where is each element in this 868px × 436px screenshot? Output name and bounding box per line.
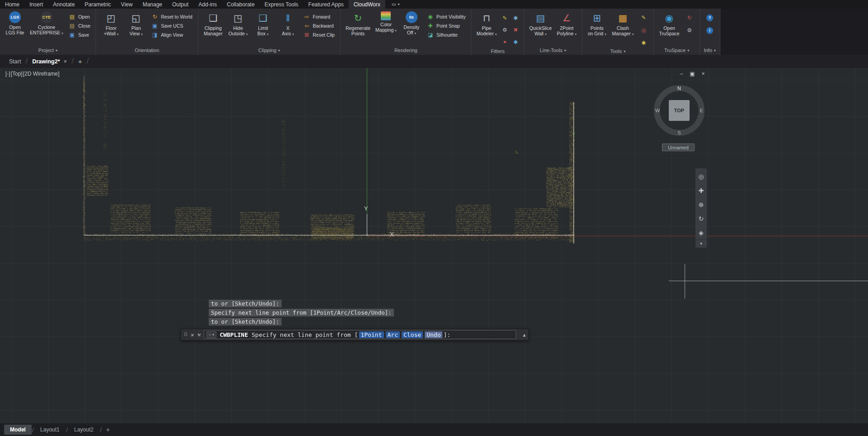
command-history-toggle-icon[interactable]: ▲	[523, 332, 526, 337]
ribbon-button-clash-manager[interactable]: ▦Clash Manager▾	[610, 10, 636, 37]
panel-label-truspace[interactable]: TruSpace▾	[654, 46, 699, 55]
ribbon-button-clipping-manager[interactable]: ❏Clipping Manager	[201, 10, 225, 36]
menu-tab-insert[interactable]: Insert	[24, 0, 48, 9]
ribbon-button-pipe-edit[interactable]: ✎	[500, 14, 509, 23]
navbar-button[interactable]: ◈	[695, 225, 707, 240]
menu-tab-featured-apps[interactable]: Featured Apps	[303, 0, 349, 9]
ribbon-button-align-view[interactable]: ◨Align View	[149, 31, 194, 39]
layout-tab-model[interactable]: Model	[4, 425, 32, 435]
ribbon-button-density-off[interactable]: 0xDensity Off▾	[400, 10, 423, 36]
menu-tab-express-tools[interactable]: Express Tools	[259, 0, 303, 9]
ribbon-button-save-ucs[interactable]: ▣Save UCS	[149, 22, 194, 30]
command-option-arc[interactable]: Arc	[386, 331, 400, 338]
navbar-button[interactable]: ◎	[695, 169, 707, 183]
menu-tab-collaborate[interactable]: Collaborate	[222, 0, 259, 9]
panel-label-orientation[interactable]: Orientation	[96, 46, 197, 55]
ribbon-button-floor-wall[interactable]: ◰Floor +Wall▾	[99, 10, 123, 37]
ribbon-button-about[interactable]: i	[705, 26, 715, 35]
recent-commands-button[interactable]: › ▾	[206, 331, 216, 338]
ucs-name-badge[interactable]: Unnamed	[662, 144, 695, 151]
compass-west-label[interactable]: W	[655, 108, 660, 113]
file-tab-drawing2[interactable]: Drawing2*×	[28, 55, 72, 68]
panel-label-line-tools[interactable]: Line-Tools▾	[524, 46, 582, 55]
command-bar-grip[interactable]: ⠿	[184, 332, 187, 338]
menu-tab-output[interactable]: Output	[167, 0, 193, 9]
ribbon-button-silhouette[interactable]: ◪Silhouette	[425, 31, 468, 39]
navbar-button[interactable]: ↻	[695, 211, 707, 225]
ribbon-button-close[interactable]: ▤Close	[67, 22, 93, 30]
command-option-close[interactable]: Close	[402, 331, 423, 338]
ribbon-button-open-truspace[interactable]: ◉Open TruSpace	[657, 10, 681, 36]
ribbon-button-quickslice-wall[interactable]: ▤QuickSlice Wall▾	[528, 10, 554, 37]
ribbon-button-truspace-refresh[interactable]: ↻	[685, 13, 694, 22]
ribbon-button-x-axis[interactable]: ‖X Axis▾	[276, 10, 300, 37]
ribbon-button-help[interactable]: ?	[705, 13, 715, 22]
panel-label-fitters[interactable]: Fitters	[471, 47, 523, 55]
viewcube-top-face[interactable]: TOP	[669, 100, 690, 121]
menu-tab-home[interactable]: Home	[0, 0, 24, 9]
navbar-button[interactable]: ✚	[695, 183, 707, 197]
panel-label-info[interactable]: Info▾	[700, 46, 720, 55]
panel-label-clipping[interactable]: Clipping▾	[198, 46, 340, 55]
ribbon-button-tool-points[interactable]: ✱	[639, 38, 648, 48]
viewport[interactable]	[0, 68, 868, 423]
ribbon-button-pipe-settings[interactable]: ⚙	[500, 25, 509, 34]
ribbon-button-2point-polyline[interactable]: ∠2Point Polyline▾	[555, 10, 579, 37]
ribbon-display-toggle[interactable]: ▭ ▾	[388, 0, 403, 9]
ribbon-button-color-mapping[interactable]: Color Mapping▾	[374, 10, 398, 34]
view-compass[interactable]: N S W E TOP	[654, 85, 705, 136]
ribbon-button-limit-box[interactable]: ❑Limit Box▾	[251, 10, 275, 37]
command-line-bar[interactable]: ⠿ × ⚒ › ▾ CWBPLINE Specify next line poi…	[181, 329, 529, 340]
menu-tab-parametric[interactable]: Parametric	[80, 0, 116, 9]
layout-tab-layout2[interactable]: Layout2	[68, 425, 100, 435]
file-tab-start[interactable]: Start	[5, 55, 25, 68]
viewport-restore-button[interactable]: ▣	[689, 71, 695, 77]
ribbon-button-points-on-grid[interactable]: ⊞Points on Grid▾	[585, 10, 609, 37]
ribbon-button-pipe-apply[interactable]: ◆	[511, 37, 520, 46]
menu-tab-add-ins[interactable]: Add-ins	[193, 0, 222, 9]
menu-tab-cloudworx[interactable]: CloudWorx	[349, 0, 385, 9]
ribbon-button-pipe-modeler[interactable]: ⊓Pipe Modeler▾	[475, 10, 498, 37]
ribbon-button-reset-clip[interactable]: ⊠Reset Clip	[301, 31, 337, 39]
ribbon-button-hide-outside[interactable]: ◳Hide Outside▾	[226, 10, 250, 37]
viewport-visual-style-control[interactable]: [2D Wireframe]	[23, 71, 60, 77]
viewport-close-button[interactable]: ×	[700, 71, 706, 77]
ribbon-button-forward[interactable]: ⇨Forward	[301, 13, 337, 21]
ribbon-button-point-visibility[interactable]: ◉Point Visibility	[425, 13, 468, 21]
file-tab-close-icon[interactable]: ×	[63, 58, 67, 65]
ribbon-button-pipe-delete[interactable]: ✖	[511, 25, 520, 34]
ribbon-button-open-lgs-file[interactable]: LGSOpen LGS File	[3, 10, 27, 35]
ribbon-button-save[interactable]: ▣Save	[67, 31, 93, 39]
navbar-button[interactable]: ▾	[695, 240, 707, 247]
viewport-controls-menu[interactable]: [-]	[5, 71, 10, 77]
menu-tab-view[interactable]: View	[116, 0, 138, 9]
ribbon-button-backward[interactable]: ⇦Backward	[301, 22, 337, 30]
command-option-undo[interactable]: Undo	[425, 331, 442, 338]
menu-tab-annotate[interactable]: Annotate	[48, 0, 80, 9]
customize-wrench-icon[interactable]: ⚒	[197, 331, 201, 338]
ribbon-button-tool-markup[interactable]: ✎	[639, 13, 648, 22]
ribbon-button-open[interactable]: ▤Open	[67, 13, 93, 21]
ribbon-button-tool-target[interactable]: ◎	[639, 26, 648, 35]
command-bar-close-icon[interactable]: ×	[191, 331, 194, 338]
menu-tab-manage[interactable]: Manage	[138, 0, 167, 9]
compass-east-label[interactable]: E	[700, 108, 703, 113]
ribbon-button-cyclone-enterprise[interactable]: CYECyclone ENTERPRISE▾	[28, 10, 65, 36]
viewport-view-control[interactable]: [Top]	[11, 71, 23, 77]
compass-south-label[interactable]: S	[677, 130, 681, 135]
ribbon-button-pipe-point[interactable]: ●	[500, 37, 509, 46]
ribbon-button-truspace-settings[interactable]: ⚙	[685, 26, 694, 35]
panel-label-tools[interactable]: Tools▾	[582, 48, 654, 55]
ribbon-button-reset-to-world[interactable]: ↻Reset to World	[149, 13, 194, 21]
ribbon-button-plan-view[interactable]: ◱Plan View▾	[124, 10, 148, 37]
ribbon-button-regenerate-points[interactable]: ↻Regenerate Points	[344, 10, 372, 36]
compass-north-label[interactable]: N	[677, 86, 681, 91]
command-input[interactable]: › ▾ CWBPLINE Specify next line point fro…	[204, 330, 516, 339]
ribbon-button-point-snap[interactable]: ✚Point Snap	[425, 22, 468, 30]
new-layout-button[interactable]: +	[102, 426, 114, 433]
viewport-minimize-button[interactable]: –	[678, 71, 685, 77]
layout-tab-layout1[interactable]: Layout1	[34, 425, 66, 435]
panel-label-rendering[interactable]: Rendering	[340, 46, 471, 55]
command-option-1point[interactable]: 1Point	[359, 331, 384, 338]
ribbon-button-pipe-extract[interactable]: ✱	[511, 14, 520, 23]
